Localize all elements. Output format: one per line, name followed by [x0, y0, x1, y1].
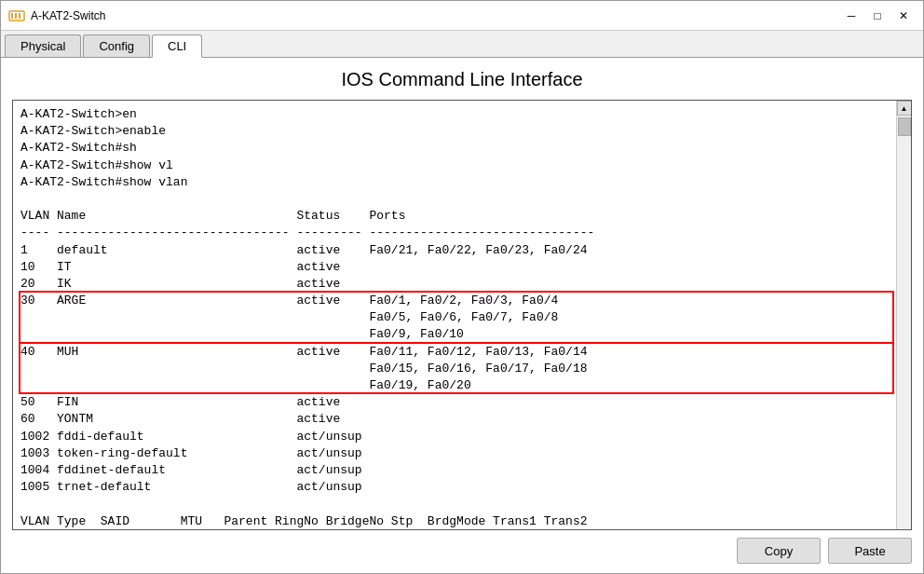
minimize-button[interactable]: ─ [839, 7, 863, 25]
terminal-output[interactable]: A-KAT2-Switch>en A-KAT2-Switch>enable A-… [13, 101, 911, 529]
close-button[interactable]: ✕ [891, 7, 916, 25]
title-bar: A-KAT2-Switch ─ □ ✕ [1, 1, 923, 31]
terminal-wrapper[interactable]: A-KAT2-Switch>en A-KAT2-Switch>enable A-… [12, 100, 912, 530]
scroll-thumb[interactable] [898, 117, 911, 136]
svg-rect-2 [15, 13, 17, 19]
terminal-scrollbar[interactable]: ▲ [896, 101, 911, 529]
app-icon [8, 7, 25, 24]
svg-rect-3 [19, 13, 20, 19]
page-title: IOS Command Line Interface [1, 58, 923, 100]
scroll-up-arrow[interactable]: ▲ [897, 101, 912, 116]
copy-button[interactable]: Copy [737, 538, 821, 564]
cli-container: A-KAT2-Switch>en A-KAT2-Switch>enable A-… [1, 100, 923, 530]
tab-config[interactable]: Config [83, 34, 150, 57]
tab-physical[interactable]: Physical [5, 34, 81, 57]
maximize-button[interactable]: □ [865, 7, 890, 25]
main-content: IOS Command Line Interface A-KAT2-Switch… [1, 58, 923, 573]
tab-cli[interactable]: CLI [152, 34, 202, 58]
window-title: A-KAT2-Switch [31, 9, 839, 22]
window-controls: ─ □ ✕ [839, 7, 916, 25]
paste-button[interactable]: Paste [828, 538, 912, 564]
svg-rect-1 [11, 13, 13, 19]
tab-bar: Physical Config CLI [1, 31, 923, 58]
main-window: A-KAT2-Switch ─ □ ✕ Physical Config CLI … [0, 0, 924, 574]
button-row: Copy Paste [1, 530, 923, 573]
